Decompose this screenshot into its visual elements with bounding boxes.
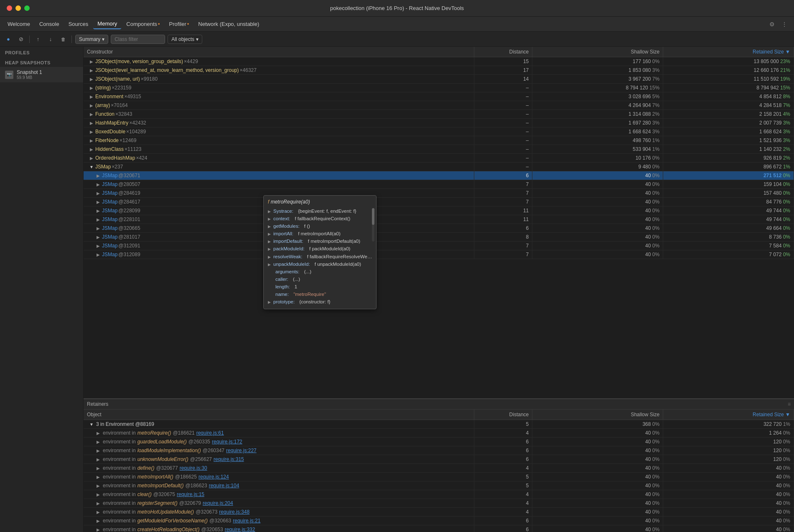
- retainer-row[interactable]: ▶ environment in loadModuleImplementatio…: [84, 446, 794, 455]
- retainer-expand[interactable]: ▶: [95, 500, 101, 506]
- retainer-link[interactable]: require.js:15: [177, 491, 204, 497]
- snapshot-1-item[interactable]: 📷 Snapshot 1 59.9 MB: [0, 67, 83, 82]
- table-row[interactable]: ▶ HashMapEntry ×42432 – 1 697 280 3% 2 0…: [84, 119, 794, 127]
- table-row[interactable]: ▶ JSObject(level_learned_at, move_learn_…: [84, 66, 794, 75]
- expand-arrow[interactable]: ▶: [89, 129, 94, 135]
- retainer-link[interactable]: require.js:227: [226, 448, 257, 453]
- expand-arrow[interactable]: ▶: [95, 190, 101, 196]
- tooltip-expand[interactable]: ▶: [268, 300, 271, 305]
- retainer-link[interactable]: require.js:104: [209, 483, 239, 489]
- retainer-link[interactable]: require.js:204: [203, 500, 233, 506]
- retainer-row[interactable]: ▶ environment in guardedLoadModule() @26…: [84, 438, 794, 446]
- tooltip-expand[interactable]: ▶: [268, 224, 271, 229]
- retainer-expand[interactable]: ▼: [89, 421, 94, 427]
- retained-size-header[interactable]: Retained Size ▼: [663, 47, 794, 57]
- retainer-expand[interactable]: ▶: [95, 456, 101, 462]
- retainer-row[interactable]: ▶ environment in metroImportAll() @18662…: [84, 473, 794, 481]
- expand-arrow[interactable]: ▶: [95, 216, 101, 222]
- retainer-expand[interactable]: ▶: [95, 474, 101, 480]
- retainer-link[interactable]: require.js:332: [225, 527, 255, 532]
- retainer-expand[interactable]: ▶: [95, 518, 101, 524]
- table-row[interactable]: ▼ JSMap ×237 – 9 480 0% 896 672 1%: [84, 163, 794, 171]
- retainer-link[interactable]: require.js:315: [214, 456, 244, 462]
- table-row[interactable]: ▶ OrderedHashMap ×424 – 10 176 0% 926 81…: [84, 154, 794, 163]
- expand-arrow[interactable]: ▶: [89, 102, 94, 108]
- table-row[interactable]: ▶ JSMap @228099 11 40 0% 49 744 0%: [84, 206, 794, 215]
- retainer-row[interactable]: ▶ environment in clear() @320675 require…: [84, 490, 794, 499]
- expand-arrow[interactable]: ▶: [89, 94, 94, 99]
- retainer-row[interactable]: ▶ environment in getModuleIdForVerboseNa…: [84, 517, 794, 525]
- table-row[interactable]: ▶ (string) ×223159 – 8 794 120 15% 8 794…: [84, 84, 794, 92]
- retainer-row[interactable]: ▶ environment in unknownModuleError() @2…: [84, 455, 794, 464]
- retainer-expand[interactable]: ▶: [95, 491, 101, 497]
- fullscreen-button[interactable]: [24, 5, 30, 11]
- expand-arrow[interactable]: ▶: [95, 225, 101, 231]
- table-row[interactable]: ▶ JSMap @281017 8 40 0% 8 736 0%: [84, 233, 794, 242]
- table-row[interactable]: ▶ JSObject(move, version_group_details) …: [84, 57, 794, 66]
- retainer-expand[interactable]: ▶: [95, 465, 101, 471]
- clear-button[interactable]: ⊘: [16, 34, 26, 44]
- retainers-distance-header[interactable]: Distance: [474, 410, 532, 420]
- retainer-expand[interactable]: ▶: [95, 430, 101, 436]
- menu-sources[interactable]: Sources: [64, 19, 93, 29]
- menu-console[interactable]: Console: [35, 19, 64, 29]
- all-objects-dropdown[interactable]: All objects ▾: [168, 35, 202, 44]
- summary-dropdown[interactable]: Summary ▾: [75, 35, 108, 44]
- menu-profiler[interactable]: Profiler: [165, 19, 193, 29]
- minimize-button[interactable]: [15, 5, 21, 11]
- retainer-expand[interactable]: ▶: [95, 527, 101, 532]
- table-row[interactable]: ▶ JSMap @312091 7 40 0% 7 584 0%: [84, 242, 794, 250]
- retainer-row[interactable]: ▶ environment in metroImportDefault() @1…: [84, 481, 794, 490]
- menu-components[interactable]: Components: [122, 19, 164, 29]
- retainer-link[interactable]: require.js:172: [212, 439, 242, 445]
- expand-arrow[interactable]: ▶: [89, 137, 94, 143]
- table-row[interactable]: ▶ HiddenClass ×11123 – 533 904 1% 1 140 …: [84, 145, 794, 154]
- expand-arrow[interactable]: ▶: [95, 243, 101, 249]
- expand-arrow[interactable]: ▶: [89, 67, 94, 73]
- menu-network[interactable]: Network (Expo, unstable): [194, 19, 263, 29]
- upload-button[interactable]: ↑: [33, 34, 43, 44]
- record-button[interactable]: ●: [3, 34, 13, 44]
- expand-arrow[interactable]: ▶: [89, 85, 94, 91]
- table-row[interactable]: ▶ JSMap @320665 6 40 0% 49 664 0%: [84, 224, 794, 233]
- expand-arrow[interactable]: ▶: [95, 208, 101, 214]
- table-row[interactable]: ▶ BoxedDouble ×104289 – 1 668 624 3% 1 6…: [84, 127, 794, 136]
- retainer-expand[interactable]: ▶: [95, 483, 101, 489]
- retainer-row[interactable]: ▼ 3 in Environment @88169 5 368 0% 322 7…: [84, 420, 794, 429]
- table-row[interactable]: ▶ JSObject(name, url) ×99180 14 3 967 20…: [84, 75, 794, 84]
- tooltip-expand[interactable]: ▶: [268, 255, 271, 260]
- retainer-link[interactable]: require.js:30: [180, 465, 207, 471]
- expand-arrow[interactable]: ▶: [95, 252, 101, 257]
- table-row[interactable]: ▶ JSMap @284619 7 40 0% 157 480 0%: [84, 189, 794, 198]
- expand-arrow[interactable]: ▶: [89, 76, 94, 82]
- download-button[interactable]: ↓: [46, 34, 56, 44]
- tooltip-scrollbar[interactable]: [372, 208, 374, 242]
- tooltip-expand[interactable]: ▶: [268, 247, 271, 252]
- retainers-shallow-header[interactable]: Shallow Size: [532, 410, 663, 420]
- constructor-header[interactable]: Constructor: [84, 47, 474, 57]
- expand-arrow[interactable]: ▶: [95, 181, 101, 187]
- constructor-table-container[interactable]: Constructor Distance Shallow Size Retain…: [84, 47, 794, 398]
- expand-arrow[interactable]: ▼: [89, 164, 94, 170]
- retainer-link[interactable]: require.js:21: [233, 518, 260, 524]
- retainer-row[interactable]: ▶ environment in registerSegment() @3206…: [84, 499, 794, 508]
- retainer-row[interactable]: ▶ environment in createHotReloadingObjec…: [84, 525, 794, 532]
- expand-arrow[interactable]: ▶: [89, 59, 94, 64]
- retainer-link[interactable]: require.js:348: [219, 509, 249, 515]
- class-filter-input[interactable]: [111, 35, 165, 44]
- table-row[interactable]: ▶ JSMap @228101 11 40 0% 49 744 0%: [84, 215, 794, 224]
- settings-icon[interactable]: ⚙: [767, 20, 776, 29]
- menu-memory[interactable]: Memory: [93, 19, 121, 29]
- tooltip-expand[interactable]: ▶: [268, 209, 271, 214]
- retainer-expand[interactable]: ▶: [95, 509, 101, 515]
- shallow-size-header[interactable]: Shallow Size: [532, 47, 663, 57]
- expand-arrow[interactable]: ▶: [89, 111, 94, 117]
- table-row[interactable]: ▶ JSMap @320671 6 40 0% 271 512 0%: [84, 171, 794, 180]
- table-row[interactable]: ▶ JSMap @284617 7 40 0% 84 776 0%: [84, 198, 794, 206]
- retainer-expand[interactable]: ▶: [95, 448, 101, 453]
- retainer-link[interactable]: require.js:124: [198, 474, 229, 480]
- table-row[interactable]: ▶ FiberNode ×12469 – 498 760 1% 1 521 93…: [84, 136, 794, 145]
- retainers-object-header[interactable]: Object: [84, 410, 474, 420]
- table-row[interactable]: ▶ JSMap @280507 7 40 0% 159 104 0%: [84, 180, 794, 189]
- retainers-retained-header[interactable]: Retained Size ▼: [663, 410, 794, 420]
